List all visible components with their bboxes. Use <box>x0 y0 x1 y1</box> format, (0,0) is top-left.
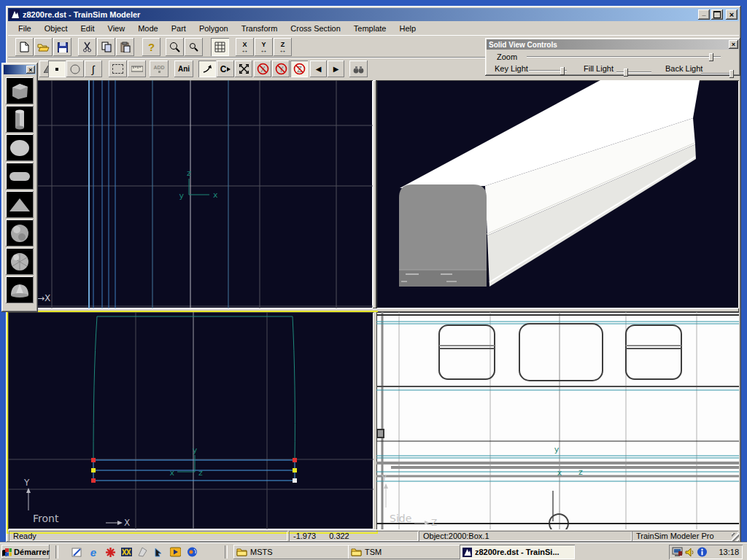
slider-thumb[interactable] <box>709 53 713 61</box>
open-file-button[interactable] <box>34 38 53 56</box>
handle-mid-left[interactable] <box>91 468 96 472</box>
measure-button[interactable] <box>128 61 146 77</box>
lock-y-button[interactable]: Y <box>272 61 290 77</box>
menu-file[interactable]: File <box>12 23 38 35</box>
zoom-out-button[interactable] <box>185 38 203 56</box>
menu-polygon[interactable]: Polygon <box>193 23 235 35</box>
panel-titlebar[interactable]: Solid View Controls × <box>487 39 739 50</box>
fill-light-slider[interactable] <box>616 71 651 73</box>
red-star-app-icon[interactable] <box>104 545 117 559</box>
minimize-button[interactable]: _ <box>698 9 710 20</box>
slider-thumb[interactable] <box>560 67 565 75</box>
taskbar-clock[interactable]: 13:18 <box>719 548 739 556</box>
grid-toggle-button[interactable] <box>211 38 229 56</box>
handle-mid-right[interactable] <box>293 468 297 472</box>
resize-grip[interactable] <box>732 533 739 541</box>
disc-primitive-button[interactable] <box>6 134 34 161</box>
handle-bottom-left[interactable] <box>91 478 96 483</box>
sphere-primitive-button[interactable] <box>6 219 34 246</box>
disc-icon <box>9 139 31 158</box>
selected-box-wireframe <box>93 460 295 481</box>
lock-x-button[interactable]: X <box>254 61 271 77</box>
menu-part[interactable]: Part <box>165 23 193 35</box>
cone-primitive-button[interactable] <box>6 191 34 218</box>
close-button[interactable]: × <box>726 9 738 20</box>
spline-tool-button[interactable]: ∫ <box>85 61 102 77</box>
menu-cross-section[interactable]: Cross Section <box>284 23 347 35</box>
paste-button[interactable] <box>116 38 134 56</box>
taskbar-window-tsm[interactable]: TSM <box>348 545 460 559</box>
menu-object[interactable]: Object <box>38 23 74 35</box>
slider-thumb[interactable] <box>624 69 628 77</box>
cut-button[interactable] <box>78 38 96 56</box>
display-settings-tray-icon[interactable] <box>672 547 684 557</box>
animation-button[interactable]: Ani <box>174 61 193 77</box>
viewport-top[interactable]: z y x →X <box>8 80 373 308</box>
toolbox-close-button[interactable]: × <box>26 66 35 74</box>
internet-explorer-icon[interactable]: e <box>87 545 100 559</box>
next-button[interactable]: ▶ <box>328 61 344 77</box>
new-file-button[interactable] <box>15 38 34 56</box>
handle-top-left[interactable] <box>91 458 96 462</box>
copy-button[interactable] <box>97 38 115 56</box>
capsule-primitive-button[interactable] <box>6 163 34 190</box>
info-tray-icon[interactable] <box>697 547 708 557</box>
marquee-select-button[interactable] <box>109 61 127 77</box>
folder-icon <box>236 548 247 556</box>
save-button[interactable] <box>53 38 71 56</box>
circle-tool-button[interactable] <box>66 61 84 77</box>
lock-z-button[interactable]: Z <box>290 61 308 77</box>
dome-primitive-button[interactable] <box>6 276 34 303</box>
menu-template[interactable]: Template <box>347 23 393 35</box>
train-front-skirt <box>399 270 487 287</box>
find-button[interactable] <box>349 61 368 77</box>
gray-tool-app-icon[interactable] <box>136 545 149 559</box>
status-coordinates: -1.9730.322 <box>289 531 418 541</box>
taskbar-window-msts[interactable]: MSTS <box>233 545 349 559</box>
previous-button[interactable]: ◀ <box>310 61 327 77</box>
handle-bottom-right[interactable] <box>293 478 297 483</box>
menu-mode[interactable]: Mode <box>131 23 165 35</box>
viewport-perspective[interactable] <box>376 80 739 308</box>
sphere-icon <box>9 223 30 244</box>
xx-app-icon[interactable] <box>120 545 133 559</box>
arrow-app-icon[interactable] <box>152 545 166 559</box>
zoom-in-button[interactable] <box>166 38 184 56</box>
key-light-slider[interactable] <box>529 70 567 71</box>
svg-text:x: x <box>557 468 562 478</box>
axis-z-button[interactable]: Z↔ <box>274 38 292 56</box>
back-light-slider[interactable] <box>701 73 733 74</box>
toolbox-titlebar[interactable]: × <box>4 65 36 74</box>
panel-close-button[interactable]: × <box>729 40 738 49</box>
window-3 <box>626 325 681 379</box>
move-tool-button[interactable] <box>198 61 216 77</box>
cylinder-primitive-button[interactable] <box>6 106 34 133</box>
menu-transform[interactable]: Transform <box>235 23 285 35</box>
menu-help[interactable]: Help <box>392 23 422 35</box>
start-button[interactable]: Démarrer <box>1 545 50 559</box>
geosphere-primitive-button[interactable] <box>6 248 34 275</box>
menu-view[interactable]: View <box>101 23 132 35</box>
maximize-button[interactable] <box>711 9 723 20</box>
taskbar-window-active[interactable]: z8200re.dst - TrainSi... <box>460 545 575 559</box>
window-titlebar[interactable]: z8200re.dst - TrainSim Modeler _ × <box>8 8 739 21</box>
menu-edit[interactable]: Edit <box>74 23 101 35</box>
box-primitive-button[interactable] <box>6 77 34 104</box>
help-button[interactable]: ? <box>142 38 160 56</box>
handle-top-right[interactable] <box>293 458 297 462</box>
viewport-side[interactable]: y x z Y Side Z <box>376 312 739 529</box>
add-button[interactable]: ADD <box>150 61 169 77</box>
point-tool-button[interactable] <box>48 61 66 77</box>
zoom-slider[interactable] <box>527 56 721 58</box>
rotate-tool-button[interactable]: C <box>217 61 234 77</box>
axis-x-button[interactable]: X↔ <box>236 38 254 56</box>
axis-y-button[interactable]: Y↔ <box>255 38 273 56</box>
show-desktop-icon[interactable] <box>70 545 83 559</box>
messenger-icon[interactable] <box>185 545 198 559</box>
volume-tray-icon[interactable] <box>685 548 695 557</box>
slider-thumb[interactable] <box>729 70 734 78</box>
scale-tool-button[interactable] <box>235 61 252 77</box>
solid-view-controls-panel: Solid View Controls × Zoom Key Light Fil… <box>485 38 740 76</box>
viewport-front[interactable]: y x z Y Front X <box>8 312 374 529</box>
media-player-icon[interactable] <box>169 545 182 559</box>
